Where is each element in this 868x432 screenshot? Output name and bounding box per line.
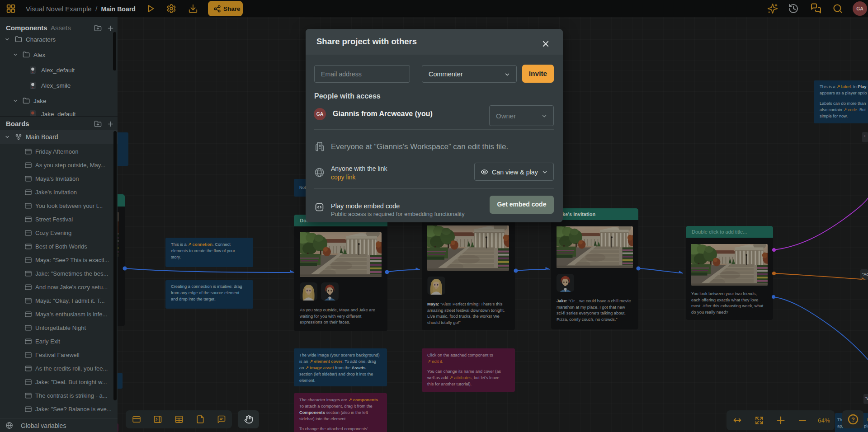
svg-text:?: ?: [851, 416, 855, 423]
